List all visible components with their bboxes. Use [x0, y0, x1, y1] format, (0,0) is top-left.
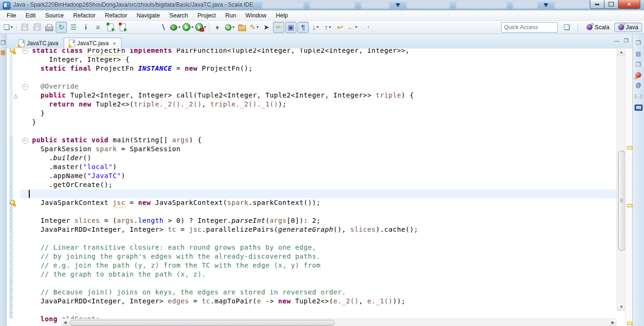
new-wizard-icon[interactable]: ❏▾ [2, 22, 14, 33]
marker-pen-icon[interactable]: ✎▾ [248, 22, 260, 33]
new-wizard-dropdown-icon[interactable]: ▾ [11, 25, 13, 29]
warning-lightbulb-icon[interactable] [10, 200, 16, 206]
build-bars-icon[interactable]: ☰ [68, 22, 79, 33]
code-line[interactable]: @Override [24, 82, 617, 91]
code-line[interactable]: static class ProjectFn implements PairFu… [24, 49, 617, 55]
run-dropdown-icon[interactable]: ▾ [191, 25, 193, 29]
code-line[interactable]: // Linear transitive closure: each round… [24, 243, 617, 252]
search-scala-icon[interactable]: ➤ [261, 22, 272, 33]
skip-breakpoints-icon[interactable]: ∖ [157, 22, 169, 33]
code-line[interactable]: } [24, 109, 617, 118]
prev-annotation-dropdown-icon[interactable]: ▾ [329, 25, 331, 29]
scroll-up-icon[interactable]: ▲ [617, 49, 626, 56]
back-dropdown-icon[interactable]: ▾ [355, 25, 357, 29]
code-line[interactable]: .getOrCreate(); [24, 180, 617, 189]
close-button[interactable]: ✕ [618, 0, 640, 9]
menu-navigate[interactable]: Navigate [132, 11, 165, 20]
package-explorer-icon[interactable]: ▦ [0, 49, 6, 56]
highlight-icon[interactable]: ✏ [273, 22, 284, 33]
open-element-icon[interactable] [236, 22, 248, 33]
menu-project[interactable]: Project [193, 11, 221, 20]
censored-item[interactable] [262, 2, 304, 8]
code-line[interactable]: } [24, 118, 617, 127]
coverage-icon[interactable] [117, 22, 128, 33]
code-line[interactable] [24, 73, 617, 82]
fold-collapse-icon[interactable] [22, 84, 28, 90]
run-external-icon[interactable]: ▾ [195, 22, 206, 33]
code-area[interactable]: static class ProjectFn implements PairFu… [24, 49, 617, 324]
restore-view-icon[interactable]: ❐ [636, 61, 641, 68]
javadoc-icon[interactable]: @ [636, 82, 641, 89]
minimize-editor-icon[interactable]: — [614, 38, 619, 44]
pilcrow-icon[interactable]: ¶ [297, 22, 309, 33]
horizontal-scrollbar[interactable]: ◀ ▶ [61, 318, 617, 326]
code-line[interactable]: public Tuple2<Integer, Integer> call(Tup… [24, 91, 617, 100]
censored-item[interactable] [513, 2, 537, 8]
code-line[interactable]: .appName("JavaTC") [24, 171, 617, 180]
code-line[interactable]: SparkSession spark = SparkSession [24, 145, 617, 154]
editor-tab[interactable]: JavaTC.java [13, 38, 64, 49]
refresh-icon[interactable]: ↻ [56, 22, 67, 33]
minimize-button[interactable] [590, 0, 604, 9]
code-line[interactable]: // the graph to obtain the path (x, z). [24, 270, 617, 279]
code-line[interactable] [24, 279, 617, 288]
boxed-doc-icon[interactable]: ▣ [285, 22, 297, 33]
code-line[interactable]: Integer slices = (args.length > 0) ? Int… [24, 216, 617, 225]
declaration-icon[interactable]: {…} [635, 93, 642, 99]
print-icon[interactable] [43, 22, 55, 33]
perspective-java-button[interactable]: Java [614, 23, 642, 32]
code-line[interactable]: public static void main(String[] args) { [24, 136, 617, 145]
code-line[interactable]: // e.g. join the path (y, z) from the TC… [24, 261, 617, 270]
code-line[interactable]: static final ProjectFn INSTANCE = new Pr… [24, 64, 617, 73]
code-line[interactable] [24, 127, 617, 136]
code-line[interactable]: JavaPairRDD<Integer, Integer> tc = jsc.p… [24, 225, 617, 234]
censored-item[interactable] [456, 2, 507, 8]
run-icon[interactable]: ▾ [182, 22, 194, 33]
code-line[interactable] [24, 306, 617, 315]
menu-file[interactable]: File [2, 11, 21, 20]
run-doc-icon[interactable] [105, 22, 116, 33]
next-annotation-dropdown-icon[interactable]: ▾ [317, 25, 319, 29]
vertical-scrollbar[interactable]: ▲ ▼ [617, 49, 626, 311]
menu-refactor[interactable]: Refactor [68, 11, 100, 20]
editor-tab-active[interactable]: JavaTC.java✕ [64, 38, 122, 49]
code-line[interactable]: return new Tuple2<>(triple._2()._2(), tr… [24, 100, 617, 109]
code-line[interactable]: .builder() [24, 154, 617, 163]
overview-warning-marker[interactable] [627, 146, 632, 149]
maximize-editor-icon[interactable]: ❐ [624, 38, 628, 44]
code-line[interactable]: .master("local") [24, 163, 617, 171]
menu-edit[interactable]: Edit [21, 11, 41, 20]
menu-search[interactable]: Search [165, 11, 193, 20]
code-line[interactable] [24, 234, 617, 243]
censored-item[interactable] [361, 2, 389, 8]
maximize-button[interactable] [604, 0, 619, 9]
perspective-scala-button[interactable]: Scala [583, 23, 613, 32]
forward-dropdown-icon[interactable]: ▾ [368, 25, 370, 29]
fold-collapse-icon[interactable] [22, 138, 28, 144]
scroll-left-icon[interactable]: ◀ [61, 319, 69, 326]
tab-close-icon[interactable]: ✕ [112, 41, 116, 46]
menu-run[interactable]: Run [221, 11, 241, 20]
doc-lines-icon[interactable]: ≡ [92, 22, 104, 33]
new-scala-app-icon[interactable]: G▾ [224, 22, 235, 33]
menu-help[interactable]: Help [271, 11, 293, 20]
menu-window[interactable]: Window [241, 11, 271, 20]
prev-annotation-icon[interactable]: ↑▾ [322, 22, 333, 33]
code-line[interactable]: // by joining the graph's edges with the… [24, 252, 617, 261]
new-java-project-icon[interactable]: ♦ [212, 22, 223, 33]
censored-item[interactable] [310, 2, 355, 8]
debug-icon[interactable]: ▾ [170, 22, 181, 33]
code-line[interactable]: JavaSparkContext jsc = new JavaSparkCont… [24, 198, 617, 207]
vertical-scroll-thumb[interactable] [618, 151, 626, 251]
censored-wedge[interactable] [396, 3, 400, 7]
next-annotation-icon[interactable]: ↓▾ [310, 22, 321, 33]
scroll-right-icon[interactable]: ▶ [609, 319, 617, 326]
horizontal-scroll-thumb[interactable] [70, 320, 335, 326]
code-line[interactable] [24, 207, 617, 216]
menu-source[interactable]: Source [41, 11, 69, 20]
console-icon[interactable] [635, 105, 643, 111]
censored-wedge[interactable] [544, 3, 548, 7]
code-line[interactable]: // Because join() joins on keys, the edg… [24, 288, 617, 297]
censored-item[interactable] [406, 2, 450, 8]
code-line[interactable] [24, 189, 617, 198]
